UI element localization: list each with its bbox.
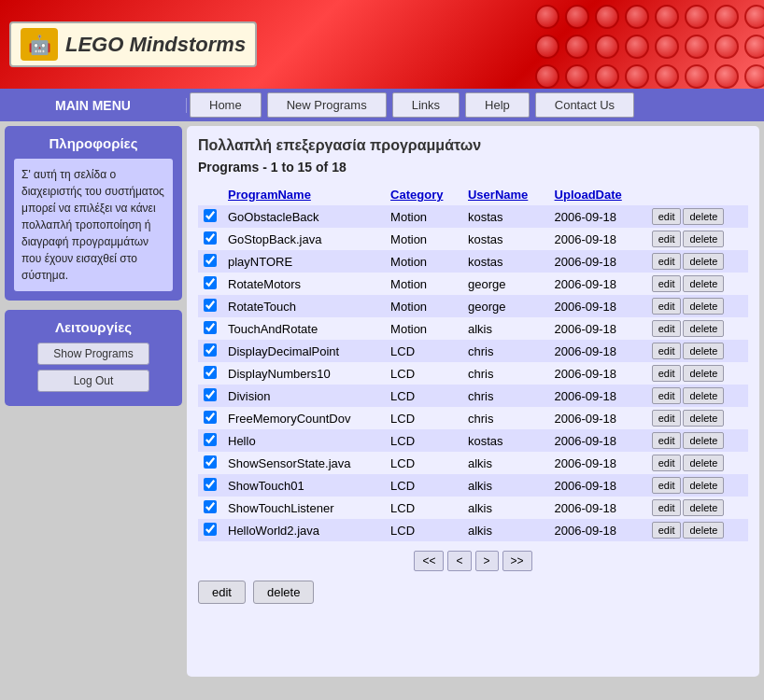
edit-button[interactable]: edit: [652, 208, 682, 225]
category-cell: LCD: [385, 362, 462, 385]
date-cell: 2006-09-18: [549, 429, 644, 452]
delete-button[interactable]: delete: [683, 231, 724, 247]
table-body: GoObstacleBackMotionkostas2006-09-18edit…: [198, 205, 748, 541]
info-section: Πληροφορίες Σ' αυτή τη σελίδα ο διαχειρι…: [5, 126, 182, 301]
row-checkbox[interactable]: [204, 411, 217, 424]
panel-subtitle: Programs - 1 to 15 of 18: [198, 160, 748, 175]
table-row: DivisionLCDchris2006-09-18editdelete: [198, 385, 748, 407]
category-cell: LCD: [385, 519, 462, 541]
date-cell: 2006-09-18: [549, 317, 644, 340]
category-cell: LCD: [385, 385, 462, 407]
category-cell: Motion: [385, 317, 462, 340]
row-checkbox[interactable]: [204, 433, 217, 446]
delete-button[interactable]: delete: [683, 208, 724, 225]
page-prev[interactable]: <: [447, 551, 471, 571]
edit-button[interactable]: edit: [652, 253, 682, 270]
actions-cell: editdelete: [644, 205, 748, 228]
row-checkbox[interactable]: [204, 478, 217, 491]
delete-button[interactable]: delete: [683, 387, 724, 404]
actions-cell: editdelete: [644, 474, 748, 497]
edit-button[interactable]: edit: [652, 343, 682, 359]
category-cell: Motion: [385, 250, 462, 273]
table-row: HelloLCDkostas2006-09-18editdelete: [198, 429, 748, 452]
date-cell: 2006-09-18: [549, 452, 644, 474]
table-row: ShowTouch01LCDalkis2006-09-18editdelete: [198, 474, 748, 497]
operations-section: Λειτουργίες Show Programs Log Out: [5, 310, 182, 406]
row-checkbox[interactable]: [204, 455, 217, 469]
category-cell: Motion: [385, 205, 462, 228]
main-menu-label: MAIN MENU: [0, 98, 187, 113]
edit-button[interactable]: edit: [652, 432, 682, 449]
table-row: FreeMemoryCountDovLCDchris2006-09-18edit…: [198, 407, 748, 429]
col-program-name[interactable]: ProgramName: [222, 184, 385, 205]
nav-help[interactable]: Help: [465, 92, 530, 118]
row-checkbox[interactable]: [204, 321, 217, 334]
show-programs-button[interactable]: Show Programs: [37, 343, 149, 365]
date-cell: 2006-09-18: [549, 407, 644, 429]
delete-button[interactable]: delete: [683, 320, 724, 337]
nav-home[interactable]: Home: [190, 92, 262, 118]
col-category[interactable]: Category: [385, 184, 462, 205]
delete-button[interactable]: delete: [683, 455, 724, 471]
delete-button[interactable]: delete: [683, 275, 724, 292]
row-checkbox[interactable]: [204, 254, 217, 267]
page-first[interactable]: <<: [414, 551, 444, 571]
nav-contact[interactable]: Contact Us: [535, 92, 634, 118]
edit-button[interactable]: edit: [652, 455, 682, 471]
edit-button[interactable]: edit: [652, 320, 682, 337]
bottom-edit-button[interactable]: edit: [198, 581, 246, 604]
delete-button[interactable]: delete: [683, 365, 724, 382]
nav-new-programs[interactable]: New Programs: [267, 92, 387, 118]
row-checkbox[interactable]: [204, 209, 217, 222]
row-checkbox[interactable]: [204, 231, 217, 245]
edit-button[interactable]: edit: [652, 231, 682, 247]
edit-button[interactable]: edit: [652, 522, 682, 539]
program-name-cell: GoObstacleBack: [222, 205, 385, 228]
username-cell: alkis: [462, 519, 549, 541]
delete-button[interactable]: delete: [683, 477, 724, 494]
edit-button[interactable]: edit: [652, 365, 682, 382]
table-row: DisplayNumbers10LCDchris2006-09-18editde…: [198, 362, 748, 385]
row-checkbox[interactable]: [204, 388, 217, 401]
date-cell: 2006-09-18: [549, 250, 644, 273]
edit-button[interactable]: edit: [652, 410, 682, 427]
row-checkbox[interactable]: [204, 299, 217, 312]
col-username[interactable]: UserName: [462, 184, 549, 205]
page-next[interactable]: >: [475, 551, 499, 571]
delete-button[interactable]: delete: [683, 253, 724, 270]
actions-cell: editdelete: [644, 452, 748, 474]
delete-button[interactable]: delete: [683, 499, 724, 516]
date-cell: 2006-09-18: [549, 340, 644, 362]
edit-button[interactable]: edit: [652, 298, 682, 315]
actions-cell: editdelete: [644, 497, 748, 519]
row-checkbox[interactable]: [204, 523, 217, 536]
delete-button[interactable]: delete: [683, 343, 724, 359]
date-cell: 2006-09-18: [549, 295, 644, 317]
date-cell: 2006-09-18: [549, 474, 644, 497]
table-row: TouchAndRotateMotionalkis2006-09-18editd…: [198, 317, 748, 340]
program-name-cell: DisplayDecimalPoint: [222, 340, 385, 362]
row-checkbox[interactable]: [204, 366, 217, 379]
row-checkbox[interactable]: [204, 500, 217, 513]
delete-button[interactable]: delete: [683, 432, 724, 449]
page-last[interactable]: >>: [502, 551, 532, 571]
edit-button[interactable]: edit: [652, 477, 682, 494]
edit-button[interactable]: edit: [652, 275, 682, 292]
edit-button[interactable]: edit: [652, 387, 682, 404]
program-name-cell: ShowTouchListener: [222, 497, 385, 519]
row-checkbox[interactable]: [204, 276, 217, 289]
date-cell: 2006-09-18: [549, 362, 644, 385]
edit-button[interactable]: edit: [652, 499, 682, 516]
lego-decoration: [531, 0, 764, 89]
info-title: Πληροφορίες: [14, 135, 173, 151]
col-upload-date[interactable]: UploadDate: [549, 184, 644, 205]
bottom-delete-button[interactable]: delete: [253, 581, 314, 604]
logout-button[interactable]: Log Out: [37, 370, 149, 392]
row-checkbox[interactable]: [204, 343, 217, 357]
date-cell: 2006-09-18: [549, 228, 644, 250]
username-cell: chris: [462, 340, 549, 362]
delete-button[interactable]: delete: [683, 410, 724, 427]
delete-button[interactable]: delete: [683, 298, 724, 315]
delete-button[interactable]: delete: [683, 522, 724, 539]
nav-links[interactable]: Links: [392, 92, 460, 118]
